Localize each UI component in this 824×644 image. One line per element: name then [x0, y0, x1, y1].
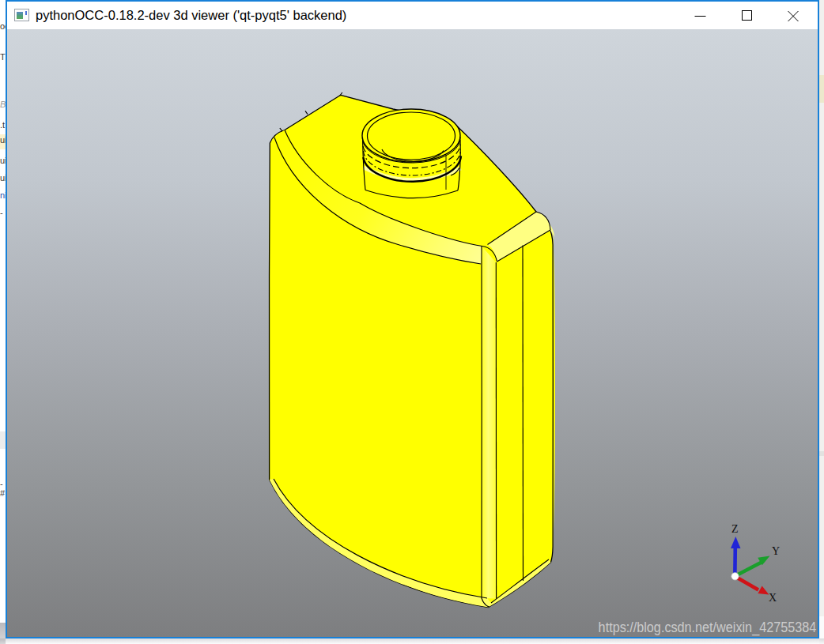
svg-text:X: X [769, 592, 777, 604]
svg-text:Y: Y [772, 545, 780, 557]
svg-text:Z: Z [731, 523, 739, 535]
